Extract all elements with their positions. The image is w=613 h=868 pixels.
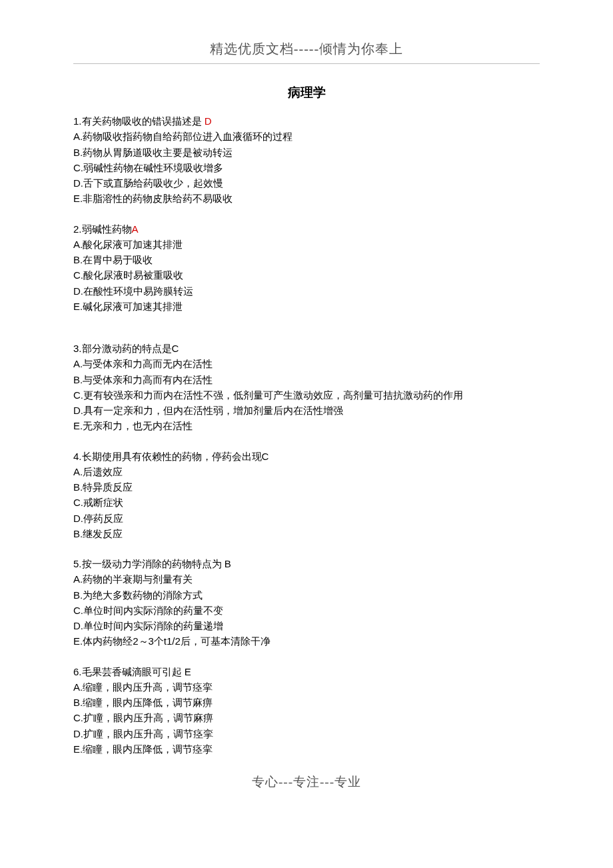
option-c: C.弱碱性药物在碱性环境吸收增多 bbox=[73, 160, 540, 175]
page-header-banner: 精选优质文档-----倾情为你奉上 bbox=[73, 40, 540, 64]
question-1: 1.有关药物吸收的错误描述是 D A.药物吸收指药物自给药部位进入血液循环的过程… bbox=[73, 113, 540, 207]
question-stem: 3.部分激动药的特点是C bbox=[73, 341, 540, 356]
question-stem: 4.长期使用具有依赖性的药物，停药会出现C bbox=[73, 449, 540, 464]
page-footer-banner: 专心---专注---专业 bbox=[73, 773, 540, 791]
stem-text: 3.部分激动药的特点是C bbox=[73, 343, 179, 354]
option-a: A.与受体亲和力高而无内在活性 bbox=[73, 356, 540, 371]
option-e: E.体内药物经2～3个t1/2后，可基本清除干净 bbox=[73, 633, 540, 649]
spacer bbox=[73, 329, 540, 341]
option-b: B.为绝大多数药物的消除方式 bbox=[73, 587, 540, 603]
option-c: C.戒断症状 bbox=[73, 495, 540, 510]
page-container: 精选优质文档-----倾情为你奉上 病理学 1.有关药物吸收的错误描述是 D A… bbox=[0, 0, 613, 817]
option-d: D.停药反应 bbox=[73, 511, 540, 526]
question-stem: 6.毛果芸香碱滴眼可引起 E bbox=[73, 664, 540, 679]
option-e: E.缩瞳，眼内压降低，调节痉挛 bbox=[73, 741, 540, 757]
option-e: E.无亲和力，也无内在活性 bbox=[73, 418, 540, 433]
option-b2: B.继发反应 bbox=[73, 526, 540, 541]
option-c: C.单位时间内实际消除的药量不变 bbox=[73, 603, 540, 618]
option-c: C.扩瞳，眼内压升高，调节麻痹 bbox=[73, 710, 540, 725]
option-d: D.单位时间内实际消除的药量递增 bbox=[73, 618, 540, 633]
option-d: D.在酸性环境中易跨膜转运 bbox=[73, 283, 540, 299]
option-d: D.舌下或直肠给药吸收少，起效慢 bbox=[73, 175, 540, 191]
question-5: 5.按一级动力学消除的药物特点为 B A.药物的半衰期与剂量有关 B.为绝大多数… bbox=[73, 556, 540, 649]
stem-text: 2.弱碱性药物 bbox=[73, 223, 132, 235]
option-d: D.扩瞳，眼内压升高，调节痉挛 bbox=[73, 726, 540, 741]
option-c: C.更有较强亲和力而内在活性不强，低剂量可产生激动效应，高剂量可拮抗激动药的作用 bbox=[73, 387, 540, 403]
question-stem: 5.按一级动力学消除的药物特点为 B bbox=[73, 556, 540, 571]
stem-text: 4.长期使用具有依赖性的药物，停药会出现C bbox=[73, 451, 269, 462]
option-a: A.药物吸收指药物自给药部位进入血液循环的过程 bbox=[73, 129, 540, 144]
answer-letter: A bbox=[132, 223, 139, 235]
option-c: C.酸化尿液时易被重吸收 bbox=[73, 267, 540, 283]
option-a: A.后遗效应 bbox=[73, 464, 540, 479]
option-e: E.非脂溶性的药物皮肤给药不易吸收 bbox=[73, 191, 540, 206]
option-d: D.具有一定亲和力，但内在活性弱，增加剂量后内在活性增强 bbox=[73, 403, 540, 418]
question-stem: 1.有关药物吸收的错误描述是 D bbox=[73, 113, 540, 129]
option-a: A.药物的半衰期与剂量有关 bbox=[73, 571, 540, 587]
option-b: B.药物从胃肠道吸收主要是被动转运 bbox=[73, 145, 540, 160]
question-stem: 2.弱碱性药物A bbox=[73, 221, 540, 237]
question-6: 6.毛果芸香碱滴眼可引起 E A.缩瞳，眼内压升高，调节痉挛 B.缩瞳，眼内压降… bbox=[73, 664, 540, 757]
option-b: B.在胃中易于吸收 bbox=[73, 252, 540, 267]
question-3: 3.部分激动药的特点是C A.与受体亲和力高而无内在活性 B.与受体亲和力高而有… bbox=[73, 341, 540, 434]
option-a: A.缩瞳，眼内压升高，调节痉挛 bbox=[73, 679, 540, 695]
stem-text: 1.有关药物吸收的错误描述是 bbox=[73, 115, 205, 127]
option-b: B.与受体亲和力高而有内在活性 bbox=[73, 372, 540, 387]
document-title: 病理学 bbox=[73, 84, 540, 101]
stem-text: 5.按一级动力学消除的药物特点为 B bbox=[73, 558, 231, 569]
question-2: 2.弱碱性药物A A.酸化尿液可加速其排泄 B.在胃中易于吸收 C.酸化尿液时易… bbox=[73, 221, 540, 315]
answer-letter: D bbox=[205, 115, 212, 127]
option-b: B.缩瞳，眼内压降低，调节麻痹 bbox=[73, 695, 540, 710]
question-4: 4.长期使用具有依赖性的药物，停药会出现C A.后遗效应 B.特异质反应 C.戒… bbox=[73, 449, 540, 542]
option-a: A.酸化尿液可加速其排泄 bbox=[73, 237, 540, 252]
stem-text: 6.毛果芸香碱滴眼可引起 E bbox=[73, 666, 191, 677]
option-e: E.碱化尿液可加速其排泄 bbox=[73, 299, 540, 314]
option-b: B.特异质反应 bbox=[73, 479, 540, 495]
